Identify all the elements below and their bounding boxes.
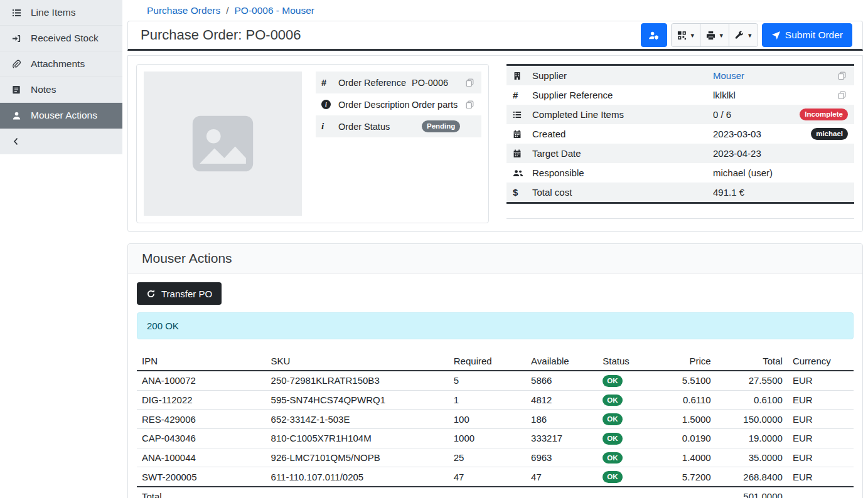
sidebar-item-line-items[interactable]: Line Items	[0, 0, 122, 26]
hash-icon: #	[321, 78, 338, 88]
user-shield-icon	[648, 31, 659, 40]
ok-badge: OK	[603, 413, 622, 425]
sidebar-collapse-button[interactable]	[0, 129, 122, 154]
copy-icon[interactable]	[466, 100, 476, 109]
refresh-icon	[146, 289, 156, 299]
page-header-panel: Purchase Order: PO-0006 ▾	[127, 21, 863, 51]
cell-available: 6963	[526, 448, 597, 467]
note-icon	[11, 85, 22, 94]
table-row: RES-429006 652-3314Z-1-503E 100 186 OK 1…	[137, 410, 854, 429]
info-circle-icon: i	[321, 100, 338, 109]
cell-total: 0.6100	[716, 390, 788, 410]
cell-status: OK	[597, 467, 662, 487]
cell-currency: EUR	[788, 467, 854, 487]
row-label: Total cost	[532, 187, 713, 198]
cell-required: 5	[449, 371, 526, 390]
sidebar-item-attachments[interactable]: Attachments	[0, 51, 122, 77]
table-row: DIG-112022 595-SN74HCS74QPWRQ1 1 4812 OK…	[137, 390, 854, 410]
image-icon	[186, 107, 260, 181]
column-header-available: Available	[526, 352, 597, 371]
cell-available: 4812	[526, 390, 597, 410]
footer-total-value: 501.0000	[716, 487, 788, 498]
cell-currency: EUR	[788, 371, 854, 390]
row-value: 2023-03-03	[713, 129, 761, 139]
line-items-table: IPN SKU Required Available Status Price …	[137, 352, 854, 498]
order-status-row: i Order Status Pending	[316, 115, 481, 137]
row-value: Pending	[422, 120, 476, 132]
cell-required: 47	[449, 467, 526, 487]
chevron-left-icon	[12, 137, 20, 146]
hash-icon: #	[513, 90, 532, 100]
table-row: ANA-100072 250-72981KLRATR150B3 5 5866 O…	[137, 371, 854, 390]
ok-badge: OK	[603, 375, 622, 387]
sidebar-item-notes[interactable]: Notes	[0, 77, 122, 103]
response-alert-text: 200 OK	[147, 321, 179, 331]
table-row: CAP-043046 810-C1005X7R1H104M 1000 33321…	[137, 428, 854, 448]
sidebar: Line Items Received Stock Attachments No…	[0, 0, 122, 154]
column-header-status: Status	[597, 352, 662, 371]
print-actions-button[interactable]: ▾	[700, 23, 729, 47]
cell-available: 47	[526, 467, 597, 487]
row-value: lklklkl	[713, 90, 736, 100]
cell-ipn: CAP-043046	[137, 428, 266, 448]
cell-status: OK	[597, 428, 662, 448]
cell-currency: EUR	[788, 390, 854, 410]
cell-available: 186	[526, 410, 597, 429]
breadcrumb-link-current-order[interactable]: PO-0006 - Mouser	[234, 5, 314, 16]
table-footer-row: Total 501.0000	[137, 487, 854, 498]
copy-icon[interactable]	[838, 72, 848, 80]
cell-required: 1	[449, 390, 526, 410]
cell-total: 35.0000	[716, 448, 788, 467]
order-details-panel: # Order Reference PO-0006 i Order Descri…	[127, 55, 863, 232]
target-date-row: Target Date 2023-04-23	[506, 144, 854, 163]
list-icon	[11, 8, 22, 18]
column-header-required: Required	[449, 352, 526, 371]
cell-currency: EUR	[788, 448, 854, 467]
supplier-reference-row: # Supplier Reference lklklkl	[506, 85, 854, 105]
row-label: Order Status	[338, 122, 422, 132]
table-row: ANA-100044 926-LMC7101QM5/NOPB 25 6963 O…	[137, 448, 854, 467]
supplier-info-table: Supplier Mouser # Supplier Reference lkl…	[506, 64, 854, 219]
cell-ipn: ANA-100044	[137, 448, 266, 467]
table-header-row: IPN SKU Required Available Status Price …	[137, 352, 854, 371]
submit-order-button[interactable]: Submit Order	[762, 23, 852, 47]
copy-icon[interactable]	[838, 91, 848, 99]
order-actions-button[interactable]: ▾	[729, 23, 758, 47]
order-description-row: i Order Description Order parts	[316, 93, 481, 115]
cell-sku: 926-LMC7101QM5/NOPB	[266, 448, 449, 467]
responsible-row: Responsible michael (user)	[506, 163, 854, 183]
user-actions-button[interactable]	[641, 23, 667, 47]
footer-total-label: Total	[137, 487, 266, 498]
sidebar-item-label: Received Stock	[31, 33, 99, 44]
breadcrumb-link-purchase-orders[interactable]: Purchase Orders	[147, 5, 220, 16]
cell-sku: 611-110.107.011/0205	[266, 467, 449, 487]
cell-status: OK	[597, 371, 662, 390]
cell-price: 1.5000	[662, 410, 716, 429]
sidebar-item-received-stock[interactable]: Received Stock	[0, 26, 122, 51]
order-image-placeholder[interactable]	[144, 72, 302, 216]
sidebar-item-label: Notes	[31, 84, 56, 95]
incomplete-badge: Incomplete	[800, 109, 848, 120]
barcode-actions-button[interactable]: ▾	[671, 23, 700, 47]
row-label: Order Reference	[338, 78, 412, 88]
app-root: Line Items Received Stock Attachments No…	[0, 0, 868, 498]
supplier-row: Supplier Mouser	[506, 66, 854, 85]
main-content: Purchase Orders / PO-0006 - Mouser Purch…	[122, 0, 868, 498]
cell-price: 5.7200	[662, 467, 716, 487]
cell-total: 268.8400	[716, 467, 788, 487]
completed-line-items-row: Completed Line Items 0 / 6 Incomplete	[506, 105, 854, 124]
order-summary-card: # Order Reference PO-0006 i Order Descri…	[136, 64, 489, 223]
paperclip-icon	[11, 60, 22, 69]
sidebar-item-mouser-actions[interactable]: Mouser Actions	[0, 103, 122, 129]
response-alert: 200 OK	[137, 312, 854, 339]
box-arrow-in-icon	[11, 34, 22, 43]
cell-price: 5.5100	[662, 371, 716, 390]
transfer-po-button[interactable]: Transfer PO	[137, 282, 222, 305]
ok-badge: OK	[603, 452, 622, 464]
copy-icon[interactable]	[466, 78, 476, 87]
cell-total: 150.0000	[716, 410, 788, 429]
transfer-po-label: Transfer PO	[161, 289, 212, 299]
user-icon	[11, 111, 22, 120]
row-label: Supplier	[532, 70, 713, 81]
supplier-link[interactable]: Mouser	[713, 70, 744, 81]
